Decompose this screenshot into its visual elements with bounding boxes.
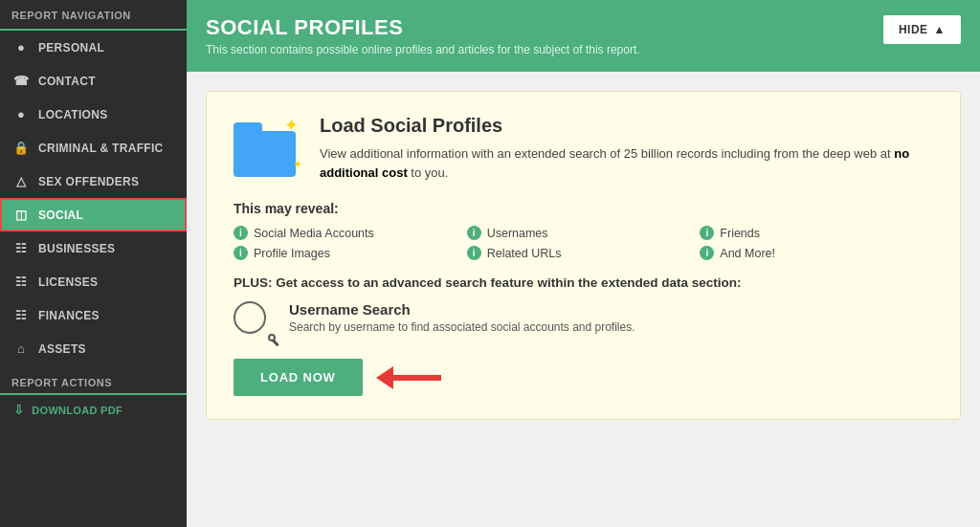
reveal-item-2: i Friends [700,226,933,240]
sidebar-item-licenses[interactable]: ☷ LICENSES [0,265,187,298]
info-icon-3: i [234,246,248,260]
lock-icon: 🔒 [13,141,29,155]
info-icon-1: i [467,226,481,240]
globe-circle [234,301,266,334]
sidebar-item-locations[interactable]: ● LOCATIONS [0,98,187,131]
reveal-title: This may reveal: [234,201,933,216]
info-icon-2: i [700,226,714,240]
location-icon: ● [13,107,29,121]
username-search-desc: Search by username to find associated so… [289,320,635,334]
licenses-icon: ☷ [13,274,29,289]
info-icon-0: i [234,226,248,240]
arrow-shaft [393,375,441,381]
sidebar: REPORT NAVIGATION ● PERSONAL ☎ CONTACT ●… [0,0,187,527]
magnify-handle [272,339,278,345]
arrow-head [376,366,393,389]
reveal-item-1: i Usernames [467,226,701,240]
red-arrow [376,366,441,389]
load-profiles-desc: View additional information with an exte… [320,144,933,182]
username-search-text: Username Search Search by username to fi… [289,301,635,334]
home-icon: ⌂ [13,341,29,356]
reveal-item-5: i And More! [700,246,933,260]
chevron-up-icon: ▲ [934,23,946,36]
username-search-box: Username Search Search by username to fi… [234,301,933,343]
section-header-left: SOCIAL PROFILES This section contains po… [206,15,640,56]
reveal-item-4: i Related URLs [467,246,701,260]
load-now-button[interactable]: LOAD NOW [234,359,363,396]
finances-icon: ☷ [13,308,29,322]
info-box-top: ✦ ✦ Load Social Profiles View additional… [234,115,933,182]
sidebar-item-assets[interactable]: ⌂ ASSETS [0,332,187,365]
globe-search-icon-wrapper [234,301,276,343]
warning-icon: △ [13,174,29,188]
phone-icon: ☎ [13,74,29,88]
reveal-section: This may reveal: i Social Media Accounts… [234,201,933,260]
star-large-icon: ✦ [284,115,299,136]
sidebar-item-businesses[interactable]: ☷ BUSINESSES [0,231,187,265]
info-icon-4: i [467,246,481,260]
folder-icon-wrapper: ✦ ✦ [234,115,301,177]
plus-section: PLUS: Get access to an advanced search f… [234,275,933,343]
load-profiles-title: Load Social Profiles [320,115,933,137]
star-small-icon: ✦ [293,158,302,171]
sidebar-item-criminal[interactable]: 🔒 CRIMINAL & TRAFFIC [0,131,187,165]
info-box-text: Load Social Profiles View additional inf… [320,115,933,182]
section-title: SOCIAL PROFILES [206,15,640,40]
folder-body [234,131,296,177]
person-icon: ● [13,40,29,55]
section-subtitle: This section contains possible online pr… [206,43,640,56]
download-pdf-button[interactable]: ⇩ DOWNLOAD PDF [0,395,187,425]
reveal-grid: i Social Media Accounts i Usernames i Fr… [234,226,933,260]
sidebar-item-contact[interactable]: ☎ CONTACT [0,64,187,98]
magnify-circle [268,334,276,341]
businesses-icon: ☷ [13,241,29,255]
sidebar-item-personal[interactable]: ● PERSONAL [0,31,187,64]
main-content: SOCIAL PROFILES This section contains po… [187,0,980,527]
info-box: ✦ ✦ Load Social Profiles View additional… [206,91,961,420]
reveal-item-0: i Social Media Accounts [234,226,467,240]
content-area: ✦ ✦ Load Social Profiles View additional… [187,72,980,439]
sidebar-item-social[interactable]: ◫ SOCIAL [0,198,187,231]
username-search-title: Username Search [289,301,635,318]
plus-title: PLUS: Get access to an advanced search f… [234,275,933,290]
info-icon-5: i [700,246,714,260]
sidebar-item-finances[interactable]: ☷ FINANCES [0,298,187,332]
reveal-item-3: i Profile Images [234,246,467,260]
report-actions-header: REPORT ACTIONS [0,369,187,395]
hide-button[interactable]: HIDE ▲ [883,15,961,44]
social-icon: ◫ [13,208,29,222]
load-now-section: LOAD NOW [234,359,933,396]
sidebar-item-sex-offenders[interactable]: △ SEX OFFENDERS [0,165,187,198]
section-header: SOCIAL PROFILES This section contains po… [187,0,980,72]
sidebar-header: REPORT NAVIGATION [0,0,187,31]
download-icon: ⇩ [13,403,24,417]
